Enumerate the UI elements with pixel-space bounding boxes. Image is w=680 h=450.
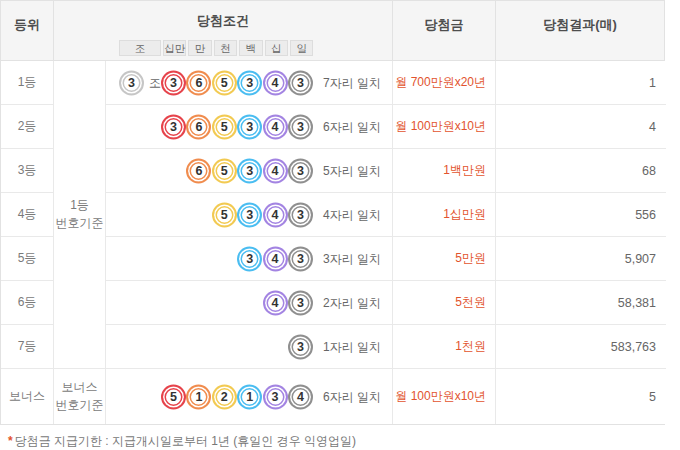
number-ball: 6 [186, 114, 211, 139]
prize-cell: 월 700만원x20년 [393, 61, 496, 105]
number-ball: 4 [263, 246, 288, 271]
result-cell: 1 [496, 61, 666, 105]
number-ball: 4 [263, 158, 288, 183]
number-ball: 6 [186, 70, 211, 95]
number-ball: 3 [237, 202, 262, 227]
rank-cell: 3등 [1, 149, 54, 193]
footnote-text: 당첨금 지급기한 : 지급개시일로부터 1년 (휴일인 경우 익영업일) [15, 434, 356, 448]
number-ball: 3 [237, 70, 262, 95]
number-ball: 3 [288, 114, 313, 139]
result-cell: 5 [496, 369, 666, 424]
prize-tier-table: 등위 당첨조건 조 십만 만 천 백 십 일 당첨금 당첨결과(매) 1등3조3… [0, 0, 665, 425]
payment-deadline-footnote: *당첨금 지급기한 : 지급개시일로부터 1년 (휴일인 경우 익영업일) [8, 433, 356, 450]
basis-first-line: 번호기준 [56, 215, 104, 232]
number-ball: 3 [263, 384, 288, 409]
result-cell: 5,907 [496, 237, 666, 281]
rank-cell: 보너스 [1, 369, 54, 424]
number-ball: 6 [186, 158, 211, 183]
condition-cell: 31자리 일치 [106, 325, 393, 369]
number-ball: 5 [212, 114, 237, 139]
match-label: 6자리 일치 [323, 388, 381, 405]
rank-cell: 2등 [1, 105, 54, 149]
match-label: 4자리 일치 [323, 206, 381, 223]
header-rank: 등위 [1, 1, 54, 60]
number-ball: 4 [263, 290, 288, 315]
prize-cell: 5만원 [393, 237, 496, 281]
position-label-100: 백 [239, 40, 262, 56]
condition-cell: 53434자리 일치 [106, 193, 393, 237]
number-ball: 2 [212, 384, 237, 409]
position-label-1k: 천 [214, 40, 237, 56]
basis-first-cell: 1등번호기준 [54, 61, 106, 369]
basis-bonus-line: 번호기준 [56, 397, 104, 414]
header-result-label: 당첨결과(매) [543, 16, 617, 34]
table-header: 등위 당첨조건 조 십만 만 천 백 십 일 당첨금 당첨결과(매) [1, 1, 664, 61]
prize-cell: 1천원 [393, 325, 496, 369]
prize-cell: 월 100만원x10년 [393, 105, 496, 149]
position-label-100k: 십만 [163, 40, 186, 56]
position-label-group: 조 [119, 40, 161, 56]
rank-cell: 4등 [1, 193, 54, 237]
result-cell: 583,763 [496, 325, 666, 369]
match-label: 6자리 일치 [323, 118, 381, 135]
number-ball: 4 [263, 114, 288, 139]
number-ball: 3 [288, 334, 313, 359]
header-condition-label: 당첨조건 [54, 12, 392, 30]
group-suffix-label: 조 [149, 74, 161, 91]
number-ball: 3 [237, 158, 262, 183]
number-ball: 5 [161, 384, 186, 409]
prize-cell: 1십만원 [393, 193, 496, 237]
match-label: 5자리 일치 [323, 162, 381, 179]
group-ball: 3 [119, 70, 144, 95]
number-ball: 3 [161, 114, 186, 139]
match-label: 2자리 일치 [323, 294, 381, 311]
basis-bonus-cell: 보너스번호기준 [54, 369, 106, 424]
number-ball: 3 [161, 70, 186, 95]
position-label-10k: 만 [188, 40, 211, 56]
number-ball: 4 [263, 202, 288, 227]
result-cell: 68 [496, 149, 666, 193]
condition-cell: 3653436자리 일치 [106, 105, 393, 149]
rank-cell: 5등 [1, 237, 54, 281]
number-ball: 5 [212, 158, 237, 183]
number-ball: 3 [237, 246, 262, 271]
result-cell: 58,381 [496, 281, 666, 325]
number-ball: 3 [288, 70, 313, 95]
header-prize: 당첨금 [393, 1, 496, 60]
number-ball: 1 [237, 384, 262, 409]
table-body: 1등3조3653437자리 일치월 700만원x20년12등3653436자리 … [1, 61, 664, 424]
result-cell: 4 [496, 105, 666, 149]
condition-cell: 5121346자리 일치 [106, 369, 393, 424]
position-label-1: 일 [290, 40, 313, 56]
condition-cell: 653435자리 일치 [106, 149, 393, 193]
rank-cell: 7등 [1, 325, 54, 369]
rank-cell: 1등 [1, 61, 54, 105]
number-ball: 3 [288, 202, 313, 227]
match-label: 3자리 일치 [323, 250, 381, 267]
match-label: 7자리 일치 [323, 74, 381, 91]
rank-cell: 6등 [1, 281, 54, 325]
number-ball: 3 [288, 290, 313, 315]
number-ball: 5 [212, 70, 237, 95]
number-ball: 3 [288, 246, 313, 271]
prize-cell: 월 100만원x10년 [393, 369, 496, 424]
number-ball: 3 [237, 114, 262, 139]
basis-bonus-line: 보너스 [62, 379, 98, 396]
header-rank-label: 등위 [14, 16, 40, 34]
header-result: 당첨결과(매) [496, 1, 664, 60]
prize-cell: 1백만원 [393, 149, 496, 193]
number-ball: 4 [288, 384, 313, 409]
number-ball: 5 [212, 202, 237, 227]
condition-cell: 3433자리 일치 [106, 237, 393, 281]
footnote-marker: * [8, 434, 13, 448]
condition-cell: 432자리 일치 [106, 281, 393, 325]
header-prize-label: 당첨금 [425, 16, 464, 34]
match-label: 1자리 일치 [323, 338, 381, 355]
number-ball: 4 [263, 70, 288, 95]
prize-cell: 5천원 [393, 281, 496, 325]
condition-cell: 3조3653437자리 일치 [106, 61, 393, 105]
basis-first-line: 1등 [70, 197, 89, 214]
number-ball: 3 [288, 158, 313, 183]
number-ball: 1 [186, 384, 211, 409]
position-label-10: 십 [265, 40, 288, 56]
